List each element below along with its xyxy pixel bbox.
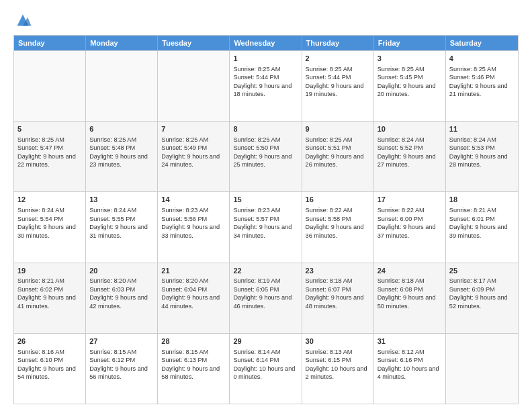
day-info: Sunrise: 8:25 AMSunset: 5:45 PMDaylight:…	[378, 66, 436, 97]
day-info: Sunrise: 8:20 AMSunset: 6:04 PMDaylight:…	[161, 277, 220, 309]
cal-cell-day-27: 27Sunrise: 8:15 AMSunset: 6:12 PMDayligh…	[86, 334, 158, 404]
cal-header-friday: Friday	[374, 36, 446, 50]
day-number: 26	[17, 336, 82, 347]
day-info: Sunrise: 8:13 AMSunset: 6:15 PMDaylight:…	[306, 349, 367, 380]
day-number: 22	[233, 266, 298, 276]
day-info: Sunrise: 8:25 AMSunset: 5:46 PMDaylight:…	[449, 66, 508, 97]
day-info: Sunrise: 8:23 AMSunset: 5:56 PMDaylight:…	[161, 207, 220, 238]
day-info: Sunrise: 8:15 AMSunset: 6:12 PMDaylight:…	[89, 349, 148, 380]
day-info: Sunrise: 8:16 AMSunset: 6:10 PMDaylight:…	[17, 349, 76, 380]
cal-header-tuesday: Tuesday	[158, 36, 230, 50]
cal-cell-day-10: 10Sunrise: 8:24 AMSunset: 5:52 PMDayligh…	[374, 122, 446, 191]
day-info: Sunrise: 8:24 AMSunset: 5:55 PMDaylight:…	[89, 207, 148, 238]
day-number: 20	[89, 266, 154, 276]
cal-cell-day-29: 29Sunrise: 8:14 AMSunset: 6:14 PMDayligh…	[230, 334, 302, 404]
day-number: 11	[449, 124, 515, 134]
cal-cell-day-7: 7Sunrise: 8:25 AMSunset: 5:49 PMDaylight…	[158, 122, 230, 191]
day-number: 15	[233, 195, 298, 205]
cal-cell-day-30: 30Sunrise: 8:13 AMSunset: 6:15 PMDayligh…	[302, 334, 374, 404]
calendar-body: 1Sunrise: 8:25 AMSunset: 5:44 PMDaylight…	[14, 50, 518, 404]
cal-cell-day-14: 14Sunrise: 8:23 AMSunset: 5:56 PMDayligh…	[158, 192, 230, 262]
day-number: 6	[89, 124, 154, 134]
cal-week-2: 5Sunrise: 8:25 AMSunset: 5:47 PMDaylight…	[14, 121, 518, 191]
logo	[13, 11, 35, 30]
day-number: 21	[161, 266, 226, 276]
cal-cell-day-21: 21Sunrise: 8:20 AMSunset: 6:04 PMDayligh…	[158, 263, 230, 333]
calendar-header-row: SundayMondayTuesdayWednesdayThursdayFrid…	[14, 36, 518, 50]
day-number: 24	[378, 266, 442, 276]
day-number: 29	[233, 336, 298, 347]
day-info: Sunrise: 8:14 AMSunset: 6:14 PMDaylight:…	[233, 349, 295, 380]
calendar: SundayMondayTuesdayWednesdayThursdayFrid…	[13, 35, 519, 404]
cal-week-4: 19Sunrise: 8:21 AMSunset: 6:02 PMDayligh…	[14, 263, 518, 333]
day-info: Sunrise: 8:24 AMSunset: 5:52 PMDaylight:…	[378, 136, 436, 168]
cal-cell-day-25: 25Sunrise: 8:17 AMSunset: 6:09 PMDayligh…	[446, 263, 518, 333]
day-number: 31	[378, 336, 442, 347]
day-number: 3	[378, 54, 442, 64]
day-info: Sunrise: 8:15 AMSunset: 6:13 PMDaylight:…	[161, 349, 220, 380]
cal-cell-day-2: 2Sunrise: 8:25 AMSunset: 5:44 PMDaylight…	[302, 51, 374, 121]
day-info: Sunrise: 8:25 AMSunset: 5:44 PMDaylight:…	[233, 66, 292, 97]
page-header	[13, 11, 519, 30]
cal-cell-day-31: 31Sunrise: 8:12 AMSunset: 6:16 PMDayligh…	[374, 334, 446, 404]
cal-cell-day-5: 5Sunrise: 8:25 AMSunset: 5:47 PMDaylight…	[14, 122, 86, 191]
cal-cell-day-26: 26Sunrise: 8:16 AMSunset: 6:10 PMDayligh…	[14, 334, 86, 404]
day-info: Sunrise: 8:18 AMSunset: 6:07 PMDaylight:…	[306, 277, 364, 309]
day-number: 18	[449, 195, 515, 205]
day-info: Sunrise: 8:18 AMSunset: 6:08 PMDaylight:…	[378, 277, 436, 309]
day-info: Sunrise: 8:23 AMSunset: 5:57 PMDaylight:…	[233, 207, 292, 238]
day-info: Sunrise: 8:25 AMSunset: 5:44 PMDaylight:…	[306, 66, 364, 97]
day-number: 28	[161, 336, 226, 347]
cal-cell-empty	[158, 51, 230, 121]
cal-cell-day-11: 11Sunrise: 8:24 AMSunset: 5:53 PMDayligh…	[446, 122, 518, 191]
day-info: Sunrise: 8:25 AMSunset: 5:49 PMDaylight:…	[161, 136, 220, 168]
day-info: Sunrise: 8:22 AMSunset: 6:00 PMDaylight:…	[378, 207, 436, 238]
day-number: 9	[306, 124, 370, 134]
cal-week-5: 26Sunrise: 8:16 AMSunset: 6:10 PMDayligh…	[14, 333, 518, 404]
cal-cell-day-12: 12Sunrise: 8:24 AMSunset: 5:54 PMDayligh…	[14, 192, 86, 262]
cal-cell-day-18: 18Sunrise: 8:21 AMSunset: 6:01 PMDayligh…	[446, 192, 518, 262]
cal-header-sunday: Sunday	[14, 36, 86, 50]
day-number: 17	[378, 195, 442, 205]
day-info: Sunrise: 8:17 AMSunset: 6:09 PMDaylight:…	[449, 277, 508, 309]
day-info: Sunrise: 8:12 AMSunset: 6:16 PMDaylight:…	[378, 349, 439, 380]
cal-cell-day-22: 22Sunrise: 8:19 AMSunset: 6:05 PMDayligh…	[230, 263, 302, 333]
day-number: 12	[17, 195, 82, 205]
day-number: 4	[449, 54, 515, 64]
day-number: 5	[17, 124, 82, 134]
cal-cell-day-17: 17Sunrise: 8:22 AMSunset: 6:00 PMDayligh…	[374, 192, 446, 262]
cal-header-wednesday: Wednesday	[230, 36, 302, 50]
day-number: 13	[89, 195, 154, 205]
day-number: 23	[306, 266, 370, 276]
cal-cell-day-28: 28Sunrise: 8:15 AMSunset: 6:13 PMDayligh…	[158, 334, 230, 404]
cal-header-monday: Monday	[86, 36, 158, 50]
cal-cell-day-4: 4Sunrise: 8:25 AMSunset: 5:46 PMDaylight…	[446, 51, 518, 121]
day-info: Sunrise: 8:25 AMSunset: 5:47 PMDaylight:…	[17, 136, 76, 168]
day-number: 7	[161, 124, 226, 134]
day-info: Sunrise: 8:24 AMSunset: 5:54 PMDaylight:…	[17, 207, 76, 238]
cal-cell-day-1: 1Sunrise: 8:25 AMSunset: 5:44 PMDaylight…	[230, 51, 302, 121]
day-info: Sunrise: 8:22 AMSunset: 5:58 PMDaylight:…	[306, 207, 364, 238]
cal-cell-empty	[14, 51, 86, 121]
cal-cell-day-6: 6Sunrise: 8:25 AMSunset: 5:48 PMDaylight…	[86, 122, 158, 191]
day-info: Sunrise: 8:24 AMSunset: 5:53 PMDaylight:…	[449, 136, 508, 168]
cal-cell-day-20: 20Sunrise: 8:20 AMSunset: 6:03 PMDayligh…	[86, 263, 158, 333]
cal-cell-empty	[446, 334, 518, 404]
cal-cell-day-8: 8Sunrise: 8:25 AMSunset: 5:50 PMDaylight…	[230, 122, 302, 191]
day-number: 19	[17, 266, 82, 276]
day-number: 2	[306, 54, 370, 64]
day-info: Sunrise: 8:25 AMSunset: 5:48 PMDaylight:…	[89, 136, 148, 168]
day-info: Sunrise: 8:19 AMSunset: 6:05 PMDaylight:…	[233, 277, 292, 309]
day-number: 1	[233, 54, 298, 64]
cal-cell-day-24: 24Sunrise: 8:18 AMSunset: 6:08 PMDayligh…	[374, 263, 446, 333]
cal-cell-empty	[86, 51, 158, 121]
cal-cell-day-16: 16Sunrise: 8:22 AMSunset: 5:58 PMDayligh…	[302, 192, 374, 262]
cal-header-saturday: Saturday	[446, 36, 518, 50]
day-info: Sunrise: 8:25 AMSunset: 5:51 PMDaylight:…	[306, 136, 364, 168]
cal-cell-day-23: 23Sunrise: 8:18 AMSunset: 6:07 PMDayligh…	[302, 263, 374, 333]
cal-cell-day-13: 13Sunrise: 8:24 AMSunset: 5:55 PMDayligh…	[86, 192, 158, 262]
day-number: 25	[449, 266, 515, 276]
day-info: Sunrise: 8:21 AMSunset: 6:02 PMDaylight:…	[17, 277, 76, 309]
day-number: 30	[306, 336, 370, 347]
cal-cell-day-19: 19Sunrise: 8:21 AMSunset: 6:02 PMDayligh…	[14, 263, 86, 333]
